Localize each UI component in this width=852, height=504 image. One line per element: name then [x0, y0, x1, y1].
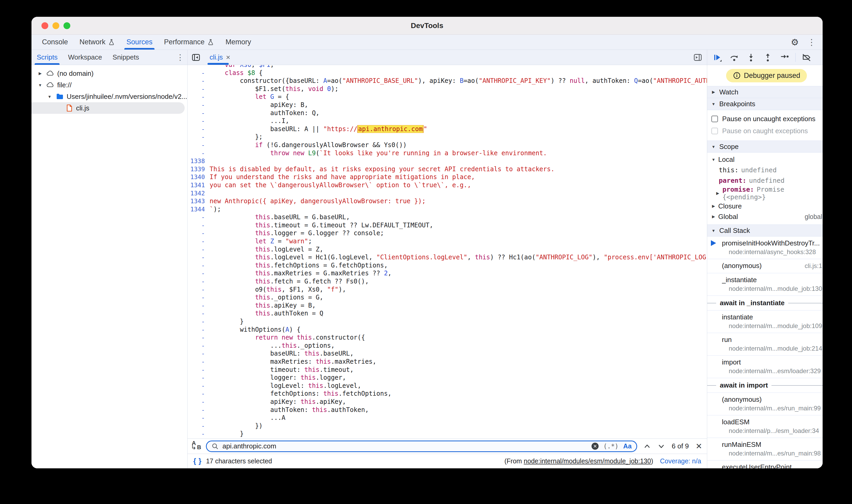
close-tab-icon[interactable]: ×	[226, 53, 230, 61]
breakpoints-section-header[interactable]: ▼ Breakpoints	[707, 98, 823, 110]
line-number[interactable]: 1342	[188, 189, 210, 197]
tab-memory[interactable]: Memory	[220, 35, 257, 50]
step-button[interactable]	[777, 51, 792, 64]
step-out-button[interactable]	[760, 51, 776, 64]
line-number[interactable]: -	[188, 430, 210, 438]
line-number[interactable]: -	[188, 414, 210, 422]
scope-row[interactable]: ▼Local	[707, 154, 823, 165]
line-number[interactable]: 1344	[188, 205, 210, 213]
chevron-right-icon[interactable]: ▶	[37, 71, 43, 76]
call-stack-frame[interactable]: runnode:internal/m...module_job:214	[707, 333, 823, 356]
chevron-down-icon[interactable]: ▼	[46, 94, 53, 99]
editor-tab-clijs[interactable]: cli.js ×	[205, 50, 235, 65]
line-number[interactable]: 1340	[188, 173, 210, 181]
line-number[interactable]: -	[188, 302, 210, 310]
line-number[interactable]: -	[188, 101, 210, 109]
line-number[interactable]: 1341	[188, 181, 210, 189]
line-number[interactable]: -	[188, 133, 210, 141]
scope-row[interactable]: ▶Globalglobal	[707, 211, 823, 222]
scope-section-header[interactable]: ▼ Scope	[707, 141, 823, 152]
line-number[interactable]: -	[188, 342, 210, 350]
line-number[interactable]: -	[188, 406, 210, 414]
scope-row[interactable]: this:undefined	[707, 165, 823, 175]
tree-item-file-[interactable]: ▼file://	[32, 79, 187, 91]
settings-button[interactable]: ⚙	[787, 36, 802, 49]
coverage-link[interactable]: Coverage: n/a	[660, 457, 701, 465]
resume-button[interactable]	[710, 51, 725, 64]
match-case-toggle-button[interactable]: Aa	[623, 443, 632, 450]
tab-sources[interactable]: Sources	[121, 35, 158, 50]
line-number[interactable]: 1343	[188, 197, 210, 205]
line-number[interactable]: -	[188, 349, 210, 358]
next-match-button[interactable]	[658, 443, 665, 450]
tree-item-users-jinhuilee-nvm-versions-node-v2-[interactable]: ▼Users/jinhuilee/.nvm/versions/node/v2..…	[32, 91, 187, 102]
line-number[interactable]: -	[188, 398, 210, 406]
navigator-more-button[interactable]: ⋮	[173, 50, 187, 65]
call-stack-frame[interactable]: (anonymous)node:internal/m...es/run_main…	[707, 393, 823, 415]
line-number[interactable]: 1338	[188, 157, 210, 165]
scope-row[interactable]: ▶promise:Promise {<pending>}	[707, 186, 823, 201]
navigator-tab-snippets[interactable]: Snippets	[107, 50, 144, 65]
navigator-tab-workspace[interactable]: Workspace	[63, 50, 107, 65]
regex-toggle-button[interactable]: (.*)	[603, 443, 619, 450]
scope-row[interactable]: parent:undefined	[707, 175, 823, 186]
line-number[interactable]: 1339	[188, 165, 210, 173]
line-number[interactable]: -	[188, 125, 210, 133]
line-number[interactable]: -	[188, 358, 210, 366]
watch-section-header[interactable]: ▶ Watch	[707, 86, 823, 98]
chevron-right-icon[interactable]: ▶	[711, 204, 716, 209]
line-number[interactable]: -	[188, 374, 210, 382]
line-number[interactable]: -	[188, 390, 210, 398]
line-number[interactable]: -	[188, 221, 210, 230]
line-number[interactable]: -	[188, 93, 210, 101]
line-number[interactable]: -	[188, 262, 210, 270]
line-number[interactable]: -	[188, 293, 210, 302]
line-number[interactable]: -	[188, 213, 210, 221]
navigator-tab-scripts[interactable]: Scripts	[32, 50, 63, 65]
checkbox[interactable]	[711, 116, 718, 122]
line-number[interactable]: -	[188, 85, 210, 93]
line-number[interactable]: -	[188, 326, 210, 334]
hide-navigator-button[interactable]	[188, 50, 205, 65]
scope-row[interactable]: ▶Closure	[707, 201, 823, 211]
search-input[interactable]	[223, 442, 588, 450]
line-number[interactable]: -	[188, 237, 210, 246]
tree-item--no-domain-[interactable]: ▶(no domain)	[32, 68, 187, 79]
line-number[interactable]: -	[188, 309, 210, 318]
more-options-button[interactable]: ⋮	[804, 36, 819, 49]
line-number[interactable]: -	[188, 253, 210, 262]
chevron-down-icon[interactable]: ▼	[37, 83, 43, 87]
close-search-button[interactable]: ✕	[696, 442, 702, 451]
previous-match-button[interactable]	[643, 443, 651, 450]
chevron-right-icon[interactable]: ▶	[715, 191, 720, 196]
call-stack-frame[interactable]: loadESMnode:internal/p.../esm_loader:34	[707, 415, 823, 438]
line-number[interactable]: -	[188, 269, 210, 277]
line-number[interactable]: -	[188, 422, 210, 430]
line-number[interactable]: -	[188, 69, 210, 77]
tree-item-cli-js[interactable]: cli.js	[32, 102, 185, 114]
line-number[interactable]: -	[188, 382, 210, 390]
call-stack-frame[interactable]: (anonymous)cli.js:1	[707, 259, 823, 273]
replace-toggle-button[interactable]: A ↳ B	[190, 440, 202, 452]
pretty-print-icon[interactable]: { }	[193, 457, 202, 465]
chevron-down-icon[interactable]: ▼	[711, 157, 716, 162]
call-stack-section-header[interactable]: ▼ Call Stack	[707, 224, 823, 236]
line-number[interactable]: -	[188, 286, 210, 294]
line-number[interactable]: -	[188, 77, 210, 85]
line-number[interactable]: -	[188, 334, 210, 342]
tab-performance[interactable]: Performance	[158, 35, 220, 50]
source-origin-link[interactable]: node:internal/modules/esm/module_job:130	[524, 457, 651, 465]
hide-debugger-panel-button[interactable]	[689, 50, 707, 65]
line-number[interactable]	[188, 65, 210, 69]
line-number[interactable]: -	[188, 246, 210, 254]
line-number[interactable]: -	[188, 149, 210, 157]
deactivate-breakpoints-button[interactable]	[799, 51, 814, 64]
line-number[interactable]: -	[188, 109, 210, 117]
line-number[interactable]: -	[188, 117, 210, 125]
call-stack-frame[interactable]: _instantiatenode:internal/m...module_job…	[707, 273, 823, 296]
step-over-button[interactable]	[727, 51, 742, 64]
call-stack-frame[interactable]: runMainESMnode:internal/m...es/run_main:…	[707, 438, 823, 461]
line-number[interactable]: -	[188, 141, 210, 149]
line-number[interactable]: -	[188, 318, 210, 326]
line-number[interactable]: -	[188, 277, 210, 286]
